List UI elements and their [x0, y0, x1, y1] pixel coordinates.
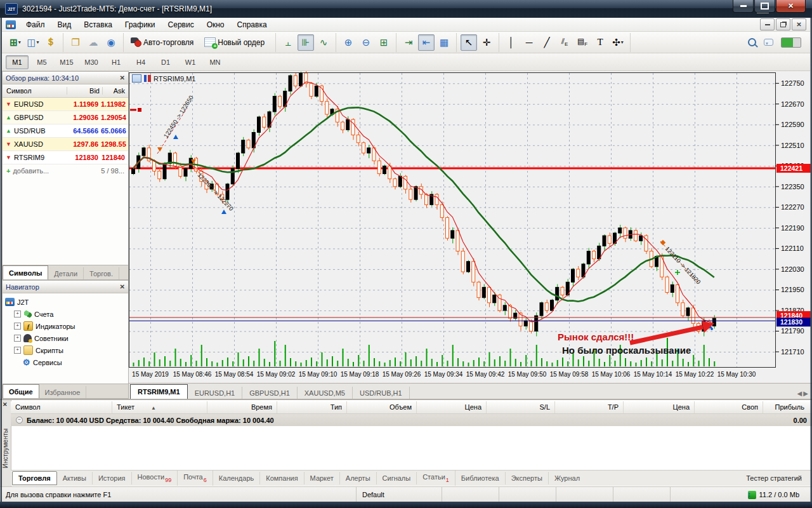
column-bid[interactable]: Bid — [67, 87, 103, 95]
channel-button[interactable]: ⫽E — [556, 34, 573, 51]
close-icon[interactable]: ✕ — [3, 401, 8, 408]
tile-windows-button[interactable]: ⊞ — [376, 34, 392, 51]
tab-trading[interactable]: Торгов. — [84, 267, 119, 279]
tab-symbols[interactable]: Символы — [3, 265, 48, 279]
tree-item-accounts[interactable]: + Счета — [5, 308, 128, 320]
tree-item-scripts[interactable]: + Скрипты — [5, 344, 128, 356]
tab-news[interactable]: Новости99 — [132, 471, 178, 485]
strategy-tester-link[interactable]: Тестер стратегий — [746, 474, 812, 482]
column-volume[interactable]: Объем — [347, 401, 417, 413]
column-symbol[interactable]: Символ — [3, 87, 67, 95]
tab-mail[interactable]: Почта6 — [178, 471, 213, 485]
tree-item-services[interactable]: ⚙ Сервисы — [5, 356, 128, 368]
symbol-row[interactable]: ▼EURUSD 1.11969 1.11982 — [3, 98, 128, 111]
collapse-icon[interactable]: − — [16, 417, 23, 424]
line-mode-button[interactable]: ∿ — [315, 34, 332, 51]
column-tp[interactable]: T/P — [555, 401, 624, 413]
tf-h1-button[interactable]: H1 — [105, 55, 128, 69]
mdi-minimize-button[interactable] — [760, 18, 775, 30]
tf-m1-button[interactable]: M1 — [6, 55, 29, 69]
column-profit[interactable]: Прибыль — [763, 401, 812, 413]
column-ticket[interactable]: Тикет▲ — [112, 401, 207, 413]
mdi-restore-button[interactable] — [776, 18, 790, 30]
chart-canvas[interactable]: 1227501226701225901225101224301223501222… — [129, 71, 812, 383]
close-icon[interactable]: ✕ — [120, 74, 125, 81]
chart-tab-rtsrim9[interactable]: RTSRIM9,M1 — [130, 384, 188, 399]
profiles-button[interactable]: ◫▾ — [25, 34, 41, 51]
tf-d1-button[interactable]: D1 — [154, 55, 177, 69]
chart-tab-eurusd[interactable]: EURUSD,H1 — [188, 387, 243, 399]
tab-favorites[interactable]: Избранное — [39, 386, 87, 398]
tf-h4-button[interactable]: H4 — [129, 55, 152, 69]
tab-details[interactable]: Детали — [48, 267, 84, 279]
column-price-current[interactable]: Цена — [624, 401, 695, 413]
status-profile[interactable]: Default — [357, 487, 442, 502]
mdi-close-button[interactable]: ✕ — [792, 18, 806, 30]
tf-mn-button[interactable]: MN — [204, 55, 226, 69]
depth-of-market-icon[interactable] — [144, 75, 151, 82]
trendline-button[interactable]: ╱ — [539, 34, 555, 51]
cloud-button[interactable]: ☁ — [85, 34, 102, 51]
column-time[interactable]: Время — [207, 401, 277, 413]
tab-common[interactable]: Общие — [3, 384, 39, 398]
tab-trade[interactable]: Торговля — [12, 471, 57, 485]
tab-experts[interactable]: Эксперты — [506, 472, 549, 485]
bars-mode-button[interactable]: ⫠ — [280, 34, 296, 51]
tree-item-root[interactable]: J2T — [5, 296, 128, 308]
template-button[interactable]: ▦ — [436, 34, 452, 51]
tf-m30-button[interactable]: M30 — [80, 55, 103, 69]
expand-icon[interactable]: + — [14, 311, 21, 318]
tab-history[interactable]: История — [93, 472, 132, 485]
cursor-button[interactable]: ↖ — [461, 34, 477, 51]
tab-company[interactable]: Компания — [260, 472, 304, 485]
tab-market[interactable]: Маркет — [304, 472, 340, 485]
chart-tab-xauusd[interactable]: XAUUSD,M5 — [298, 387, 353, 399]
zoom-out-button[interactable]: ⊖ — [358, 34, 374, 51]
menu-help[interactable]: Справка — [231, 18, 273, 31]
tab-assets[interactable]: Активы — [57, 472, 93, 485]
zoom-in-button[interactable]: ⊕ — [340, 34, 357, 51]
column-symbol[interactable]: Символ — [11, 401, 112, 413]
autotrade-button[interactable]: Авто-торговля — [128, 34, 200, 51]
tab-library[interactable]: Библиотека — [455, 472, 506, 485]
signals-button[interactable]: ◉ — [103, 34, 119, 51]
fibonacci-button[interactable]: ▤F — [574, 34, 591, 51]
tf-m5-button[interactable]: M5 — [30, 55, 53, 69]
menu-insert[interactable]: Вставка — [77, 18, 119, 31]
tab-scroll-right-icon[interactable]: ▶ — [803, 390, 808, 397]
chat-icon[interactable] — [764, 39, 773, 46]
expand-icon[interactable]: + — [14, 347, 21, 354]
new-order-button[interactable]: + Новый ордер — [202, 34, 272, 51]
maximize-button[interactable] — [754, 0, 775, 13]
tf-m15-button[interactable]: M15 — [55, 55, 78, 69]
new-chart-button[interactable]: ⊞▾ — [7, 34, 23, 51]
symbol-row[interactable]: ▼RTSRIM9 121830 121840 — [3, 151, 128, 164]
tab-calendar[interactable]: Календарь — [213, 472, 261, 485]
menu-view[interactable]: Вид — [51, 18, 78, 31]
expand-icon[interactable]: + — [14, 335, 21, 342]
arrows-button[interactable]: ✣▾ — [610, 34, 626, 51]
chart-tab-usdrub[interactable]: USD/RUB,H1 — [353, 387, 410, 399]
search-icon[interactable] — [748, 38, 756, 46]
tab-articles[interactable]: Статьи1 — [417, 471, 455, 485]
tab-alerts[interactable]: Алерты — [340, 472, 377, 485]
menu-tools[interactable]: Сервис — [162, 18, 200, 31]
one-click-trading-icon[interactable] — [132, 74, 141, 83]
tree-item-indicators[interactable]: + f Индикаторы — [5, 320, 128, 332]
tree-item-advisors[interactable]: + Советники — [5, 332, 128, 344]
column-sl[interactable]: S/L — [487, 401, 555, 413]
tab-scroll-left-icon[interactable]: ◀ — [797, 390, 802, 397]
chart-tab-gbpusd[interactable]: GBPUSD,H1 — [242, 387, 298, 399]
crosshair-button[interactable]: ✛ — [478, 34, 495, 51]
menu-file[interactable]: Файл — [20, 18, 51, 31]
add-symbol-row[interactable]: + добавить... 5 / 98... — [3, 164, 128, 177]
market-watch-button[interactable]: ＄ — [43, 34, 59, 51]
vline-button[interactable]: │ — [503, 34, 520, 51]
symbol-row[interactable]: ▲USD/RUB 64.5666 65.0666 — [3, 124, 128, 138]
chart-window[interactable]: 1227501226701225901225101224301223501222… — [129, 71, 812, 383]
column-type[interactable]: Тип — [277, 401, 347, 413]
minimize-button[interactable] — [733, 0, 754, 13]
column-swap[interactable]: Своп — [695, 401, 763, 413]
column-price-open[interactable]: Цена — [417, 401, 487, 413]
balance-row[interactable]: − Баланс: 10 004.40 USD Средства: 10 004… — [11, 414, 812, 426]
